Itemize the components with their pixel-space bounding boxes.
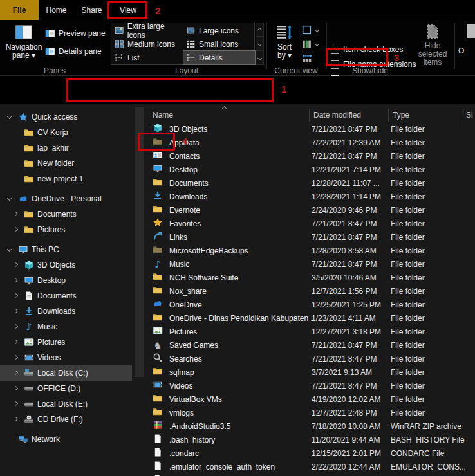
sidebar-item-lap-akhir[interactable]: lap_akhir [0, 140, 132, 156]
sidebar-item-desktop[interactable]: Desktop [0, 273, 132, 288]
file-row-microsoftedgebackups[interactable]: MicrosoftEdgeBackups1/28/2020 8:58 AMFil… [150, 244, 475, 257]
preview-pane-button[interactable]: Preview pane [45, 28, 106, 39]
chevron-right-icon[interactable] [14, 401, 18, 406]
sidebar-item-music[interactable]: ♪Music [0, 319, 132, 334]
gallery-more-icon[interactable] [256, 51, 264, 65]
sidebar-item-office-d-[interactable]: OFFICE (D:) [0, 381, 132, 396]
sidebar-item-cv-kerja[interactable]: CV Kerja [0, 125, 132, 140]
file-row-desktop[interactable]: Desktop12/21/2021 7:14 PMFile folder [150, 163, 475, 176]
file-row-downloads[interactable]: Downloads12/28/2021 1:14 PMFile folder [150, 190, 475, 203]
chevron-right-icon[interactable] [14, 212, 18, 216]
file-row-links[interactable]: Links7/21/2021 8:47 PMFile folder [150, 230, 475, 244]
column-divider[interactable] [388, 109, 389, 122]
layout-option-label: Large icons [199, 26, 239, 35]
layout-option-medium-icons[interactable]: Medium icons [112, 37, 183, 51]
file-row--bash-history[interactable]: .bash_history11/20/2021 9:44 AMBASH_HIST… [150, 433, 475, 446]
sidebar-item-cd-drive-f-[interactable]: CD Drive (F:) [0, 412, 132, 427]
sidebar-scrollbar[interactable] [135, 107, 144, 377]
layout-option-list[interactable]: List [112, 51, 183, 64]
column-divider[interactable] [309, 109, 310, 122]
column-name[interactable]: Name [153, 111, 173, 120]
tab-view[interactable]: View [109, 0, 147, 20]
column-type[interactable]: Type [393, 111, 409, 120]
column-date-modified[interactable]: Date modified [313, 111, 361, 120]
sidebar-item-downloads[interactable]: Downloads [0, 304, 132, 319]
sidebar-item-network[interactable]: Network [0, 432, 132, 447]
sidebar-item-pictures[interactable]: Pictures [0, 334, 132, 350]
file-row-partial[interactable] [150, 473, 475, 476]
chevron-right-icon[interactable] [14, 227, 18, 232]
file-row-vmlogs[interactable]: vmlogs12/7/2021 2:48 PMFile folder [150, 406, 475, 419]
chevron-right-icon[interactable] [14, 371, 18, 375]
layout-option-details[interactable]: Details [183, 51, 255, 64]
chevron-right-icon[interactable] [14, 293, 18, 298]
size-columns-button[interactable] [301, 52, 313, 64]
file-row-sqlmap[interactable]: sqlmap3/7/2021 9:13 AMFile folder [150, 365, 475, 379]
tab-home[interactable]: Home [39, 0, 74, 20]
sidebar-item-new-folder[interactable]: New folder [0, 156, 132, 171]
chevron-right-icon[interactable] [14, 278, 18, 282]
chevron-down-icon[interactable] [7, 196, 12, 201]
chevron-right-icon[interactable] [14, 324, 18, 329]
sidebar-item-documents[interactable]: Documents [0, 206, 132, 222]
quick-access-star-icon [18, 112, 28, 122]
file-row-videos[interactable]: Videos7/21/2021 8:47 PMFile folder [150, 379, 475, 392]
file-name: Links [169, 233, 312, 242]
chevron-right-icon[interactable] [14, 309, 18, 313]
sidebar-item-3d-objects[interactable]: 3D Objects [0, 257, 132, 273]
group-by-button[interactable] [301, 24, 319, 35]
layout-option-large-icons[interactable]: Large icons [183, 24, 255, 37]
options-button-partial[interactable]: O [458, 46, 464, 55]
file-row-pictures[interactable]: Pictures12/27/2021 3:18 PMFile folder [150, 325, 475, 338]
checkbox-unchecked-icon[interactable] [331, 46, 339, 54]
options-icon[interactable] [467, 24, 475, 38]
file-row-3d-objects[interactable]: 3D Objects7/21/2021 8:47 PMFile folder [150, 122, 475, 136]
item-check-boxes-checkbox[interactable]: Item check boxes [331, 44, 403, 55]
file-row-evernote[interactable]: Evernote2/24/2020 9:46 PMFile folder [150, 203, 475, 217]
file-row-appdata[interactable]: AppData7/22/2021 12:39 AMFile folder [150, 136, 475, 149]
file-row--condarc[interactable]: .condarc12/15/2021 2:01 PMCONDARC File [150, 446, 475, 460]
layout-option-extra-large-icons[interactable]: Extra large icons [112, 24, 183, 37]
file-row-contacts[interactable]: Contacts7/21/2021 8:47 PMFile folder [150, 149, 475, 163]
layout-option-small-icons[interactable]: Small icons [183, 37, 255, 51]
sidebar-item-onedrive-personal[interactable]: OneDrive - Personal [0, 191, 132, 206]
file-row-saved-games[interactable]: ♞Saved Games7/21/2021 8:47 PMFile folder [150, 338, 475, 352]
chevron-right-icon[interactable] [14, 340, 18, 344]
file-row--androidstudio3-5[interactable]: .AndroidStudio3.57/18/2020 10:08 AMWinRA… [150, 419, 475, 433]
file-row-virtualbox-vms[interactable]: VirtualBox VMs4/19/2020 12:02 AMFile fol… [150, 392, 475, 406]
sidebar-item-local-disk-c-[interactable]: Local Disk (C:) [0, 365, 132, 381]
navigation-pane-button[interactable]: Navigation pane ▾ [5, 23, 42, 60]
file-row-searches[interactable]: Searches7/21/2021 8:47 PMFile folder [150, 352, 475, 365]
file-row-documents[interactable]: Documents12/28/2021 11:07 ...File folder [150, 176, 475, 190]
gallery-scroll-up-icon[interactable] [256, 23, 264, 37]
sidebar-item-quick-access[interactable]: Quick access [0, 109, 132, 125]
chevron-down-icon[interactable] [7, 247, 12, 252]
chevron-right-icon[interactable] [14, 417, 18, 421]
chevron-right-icon[interactable] [14, 262, 18, 267]
file-row-favorites[interactable]: Favorites7/21/2021 8:47 PMFile folder [150, 217, 475, 230]
file-row-nox-share[interactable]: Nox_share12/7/2021 1:56 PMFile folder [150, 284, 475, 298]
tab-share[interactable]: Share [74, 0, 109, 20]
sidebar-item-videos[interactable]: Videos [0, 350, 132, 365]
tab-file[interactable]: File [0, 0, 39, 20]
details-pane-button[interactable]: Details pane [45, 46, 102, 57]
column-divider[interactable] [463, 109, 463, 122]
file-row--emulator-console-auth-token[interactable]: .emulator_console_auth_token2/22/2020 12… [150, 460, 475, 473]
sidebar-item-new-project-1[interactable]: new project 1 [0, 171, 132, 187]
column-size[interactable]: Si [466, 111, 473, 120]
chevron-right-icon[interactable] [14, 355, 18, 360]
chevron-down-icon[interactable] [7, 114, 12, 119]
file-row-nch-software-suite[interactable]: NCH Software Suite3/5/2020 10:46 AMFile … [150, 271, 475, 284]
sort-by-button[interactable]: Sort by ▾ [270, 23, 299, 60]
file-row-onedrive-dinas-pendidikan-kabupaten-[interactable]: OneDrive - Dinas Pendidikan Kabupaten ..… [150, 311, 475, 325]
sidebar-item-documents[interactable]: Documents [0, 288, 132, 304]
sidebar-item-local-disk-e-[interactable]: Local Disk (E:) [0, 396, 132, 412]
file-row-music[interactable]: ♪Music7/21/2021 8:47 PMFile folder [150, 257, 475, 271]
sidebar-item-pictures[interactable]: Pictures [0, 222, 132, 237]
file-row-onedrive[interactable]: OneDrive12/25/2021 1:25 PMFile folder [150, 298, 475, 311]
hide-selected-items-button[interactable]: Hide selected items [412, 23, 453, 67]
chevron-right-icon[interactable] [14, 386, 18, 390]
sidebar-item-this-pc[interactable]: This PC [0, 242, 132, 257]
add-columns-button[interactable] [301, 38, 319, 50]
gallery-scroll-down-icon[interactable] [256, 37, 264, 51]
